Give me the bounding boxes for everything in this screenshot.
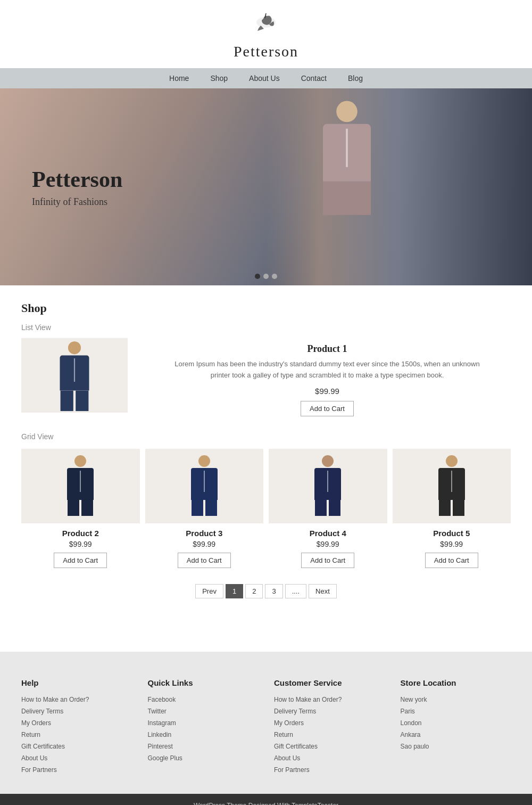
pagination-page-2[interactable]: 2 xyxy=(245,584,263,598)
nav-shop[interactable]: Shop xyxy=(210,74,228,83)
footer-quicklinks-title: Quick Links xyxy=(148,678,259,687)
shop-title: Shop xyxy=(21,301,511,315)
footer-quicklinks-link-6[interactable]: Google Plus xyxy=(148,754,259,762)
logo-icon xyxy=(250,11,282,42)
shop-section: Shop List View Product 1 Lorem Ipsum has… xyxy=(0,285,532,630)
pagination-ellipsis[interactable]: .... xyxy=(285,584,306,598)
footer-customer-link-3[interactable]: My Orders xyxy=(274,719,385,727)
footer-quicklinks-link-2[interactable]: Twitter xyxy=(148,708,259,715)
grid-product-4-add-to-cart[interactable]: Add to Cart xyxy=(301,553,354,568)
list-product-price: $99.99 xyxy=(144,387,511,396)
grid-product-5: Product 5 $99.99 Add to Cart xyxy=(393,449,511,568)
footer-help-link-7[interactable]: For Partners xyxy=(21,766,132,774)
hero-section: Petterson Infinity of Fashions xyxy=(0,88,532,285)
footer-col-quicklinks: Quick Links Facebook Twitter Instagram L… xyxy=(148,678,259,778)
footer: Help How to Make an Order? Delivery Term… xyxy=(0,652,532,794)
footer-quicklinks-link-4[interactable]: Linkedin xyxy=(148,731,259,738)
grid-product-2-name: Product 2 xyxy=(21,529,140,538)
footer-location-title: Store Location xyxy=(401,678,511,687)
footer-customer-link-2[interactable]: Delivery Terms xyxy=(274,708,385,715)
grid-product-4-image xyxy=(269,449,387,523)
list-add-to-cart-button[interactable]: Add to Cart xyxy=(301,401,354,416)
footer-help-link-4[interactable]: Return xyxy=(21,731,132,738)
footer-customer-title: Customer Service xyxy=(274,678,385,687)
footer-customer-link-7[interactable]: For Partners xyxy=(274,766,385,774)
footer-location-link-3[interactable]: London xyxy=(401,719,511,727)
pagination-next[interactable]: Next xyxy=(309,584,337,598)
hero-dots xyxy=(255,274,277,279)
grid-product-4-price: $99.99 xyxy=(269,540,387,548)
footer-bottom-text: WordPress Theme Designed With TemplateTo… xyxy=(194,802,338,805)
pagination: Prev 1 2 3 .... Next xyxy=(21,584,511,598)
footer-location-link-1[interactable]: New york xyxy=(401,696,511,703)
nav-contact[interactable]: Contact xyxy=(301,74,327,83)
hero-dot-1[interactable] xyxy=(255,274,260,279)
footer-location-link-2[interactable]: Paris xyxy=(401,708,511,715)
grid-product-5-image xyxy=(393,449,511,523)
footer-quicklinks-link-5[interactable]: Pinterest xyxy=(148,743,259,750)
logo: Petterson xyxy=(0,11,532,60)
grid-products: Product 2 $99.99 Add to Cart Product 3 $… xyxy=(21,449,511,568)
grid-product-5-price: $99.99 xyxy=(393,540,511,548)
grid-product-2-add-to-cart[interactable]: Add to Cart xyxy=(54,553,107,568)
list-product-info: Product 1 Lorem Ipsum has been the indus… xyxy=(144,338,511,416)
footer-help-title: Help xyxy=(21,678,132,687)
grid-product-3-image xyxy=(145,449,264,523)
hero-dot-2[interactable] xyxy=(263,274,269,279)
grid-view-label: Grid View xyxy=(21,432,511,441)
footer-grid: Help How to Make an Order? Delivery Term… xyxy=(21,678,511,778)
footer-quicklinks-link-1[interactable]: Facebook xyxy=(148,696,259,703)
footer-col-location: Store Location New york Paris London Ank… xyxy=(401,678,511,778)
footer-bottom: WordPress Theme Designed With TemplateTo… xyxy=(0,794,532,805)
footer-col-help: Help How to Make an Order? Delivery Term… xyxy=(21,678,132,778)
header: Petterson Home Shop About Us Contact Blo… xyxy=(0,0,532,88)
footer-help-link-1[interactable]: How to Make an Order? xyxy=(21,696,132,703)
grid-product-4: Product 4 $99.99 Add to Cart xyxy=(269,449,387,568)
footer-col-customer: Customer Service How to Make an Order? D… xyxy=(274,678,385,778)
footer-help-link-6[interactable]: About Us xyxy=(21,754,132,762)
hero-dot-3[interactable] xyxy=(272,274,277,279)
hero-title: Petterson xyxy=(32,167,122,192)
footer-customer-link-4[interactable]: Return xyxy=(274,731,385,738)
grid-product-3-add-to-cart[interactable]: Add to Cart xyxy=(178,553,231,568)
footer-quicklinks-link-3[interactable]: Instagram xyxy=(148,719,259,727)
grid-product-4-name: Product 4 xyxy=(269,529,387,538)
grid-product-2: Product 2 $99.99 Add to Cart xyxy=(21,449,140,568)
grid-product-5-name: Product 5 xyxy=(393,529,511,538)
list-product: Product 1 Lorem Ipsum has been the indus… xyxy=(21,338,511,416)
grid-product-3: Product 3 $99.99 Add to Cart xyxy=(145,449,264,568)
footer-location-link-5[interactable]: Sao paulo xyxy=(401,743,511,750)
nav-home[interactable]: Home xyxy=(169,74,189,83)
footer-help-link-5[interactable]: Gift Certificates xyxy=(21,743,132,750)
logo-text: Petterson xyxy=(234,43,298,60)
grid-product-3-name: Product 3 xyxy=(145,529,264,538)
grid-product-3-price: $99.99 xyxy=(145,540,264,548)
nav-about[interactable]: About Us xyxy=(249,74,280,83)
grid-product-2-price: $99.99 xyxy=(21,540,140,548)
footer-help-link-2[interactable]: Delivery Terms xyxy=(21,708,132,715)
list-product-desc: Lorem Ipsum has been the industry's stan… xyxy=(168,359,487,381)
grid-product-2-image xyxy=(21,449,140,523)
footer-customer-link-1[interactable]: How to Make an Order? xyxy=(274,696,385,703)
pagination-prev[interactable]: Prev xyxy=(195,584,223,598)
list-view-label: List View xyxy=(21,323,511,332)
pagination-page-3[interactable]: 3 xyxy=(265,584,282,598)
footer-customer-link-5[interactable]: Gift Certificates xyxy=(274,743,385,750)
footer-help-link-3[interactable]: My Orders xyxy=(21,719,132,727)
nav: Home Shop About Us Contact Blog xyxy=(0,68,532,88)
list-product-image xyxy=(21,338,128,413)
nav-blog[interactable]: Blog xyxy=(348,74,363,83)
hero-subtitle: Infinity of Fashions xyxy=(32,196,122,208)
hero-content: Petterson Infinity of Fashions xyxy=(0,167,122,208)
list-product-name: Product 1 xyxy=(144,343,511,355)
grid-product-5-add-to-cart[interactable]: Add to Cart xyxy=(425,553,478,568)
pagination-page-1[interactable]: 1 xyxy=(226,584,243,598)
footer-location-link-4[interactable]: Ankara xyxy=(401,731,511,738)
footer-customer-link-6[interactable]: About Us xyxy=(274,754,385,762)
